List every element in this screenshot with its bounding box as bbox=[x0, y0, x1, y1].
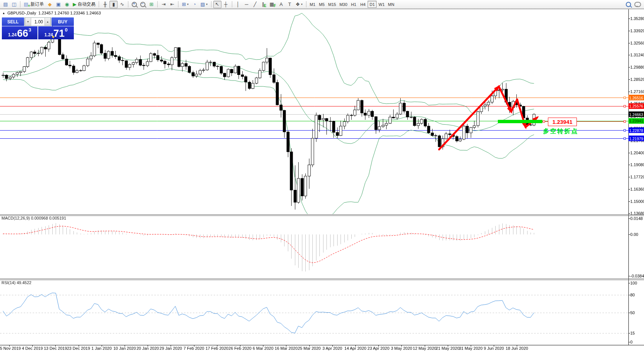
x-axis-label: 3 Apr 2020 bbox=[322, 346, 342, 351]
fibonacci-button[interactable]: ▦F bbox=[268, 1, 277, 8]
buy-price[interactable]: 1.24 71 0 bbox=[38, 26, 74, 39]
price-axis-label: 1.13680 bbox=[630, 211, 644, 216]
volume-up-button[interactable]: ▲ bbox=[45, 18, 51, 26]
cursor-button[interactable]: ↖ bbox=[213, 1, 221, 8]
buy-price-pip: 0 bbox=[65, 27, 68, 33]
x-axis-label: 26 Feb 2020 bbox=[229, 346, 252, 351]
tile-windows-button[interactable]: ⊞ bbox=[147, 1, 155, 8]
autotrading-icon: ▶ bbox=[73, 2, 76, 7]
x-axis-label: 7 Feb 2020 bbox=[184, 346, 204, 351]
timeframe-button-w1[interactable]: W1 bbox=[377, 1, 386, 8]
magnifier-icon: + bbox=[132, 2, 137, 7]
dropdown-caret-icon: ▾ bbox=[301, 3, 302, 6]
strategy-tester-button[interactable]: ◉ bbox=[63, 1, 71, 8]
text-label-button[interactable]: T bbox=[286, 1, 294, 8]
zoom-in-button[interactable]: + bbox=[130, 1, 138, 8]
dropdown-caret-icon: ▾ bbox=[187, 3, 188, 6]
sell-button[interactable]: SELL bbox=[2, 17, 24, 26]
charts-window-button[interactable]: ▤ bbox=[1, 1, 10, 8]
x-axis-label: 31 May 2020 bbox=[459, 346, 483, 351]
rsi-axis-label: 0 bbox=[630, 340, 632, 344]
x-axis-label: 12 May 2020 bbox=[413, 346, 437, 351]
profiles-icon: ◫ bbox=[12, 2, 16, 7]
timeframe-button-m5[interactable]: M5 bbox=[318, 1, 326, 8]
timeframe-button-m1[interactable]: M1 bbox=[308, 1, 317, 8]
vertical-line-button[interactable]: │ bbox=[234, 1, 242, 8]
timeframe-button-h1[interactable]: H1 bbox=[349, 1, 358, 8]
chart-shift-button[interactable]: ⇤ bbox=[168, 1, 176, 8]
charts-window-icon: ▤ bbox=[3, 2, 8, 7]
auto-scroll-button[interactable]: ⇥ bbox=[160, 1, 168, 8]
dropdown-caret-icon: ▾ bbox=[206, 3, 208, 6]
chat-button[interactable] bbox=[633, 1, 643, 8]
trendline-button[interactable]: ╱ bbox=[251, 1, 259, 8]
sell-price[interactable]: 1.24 66 3 bbox=[2, 26, 37, 39]
one-click-panel-toggle-icon[interactable]: ▲ bbox=[2, 11, 5, 15]
x-axis-label: 3 May 2020 bbox=[391, 346, 412, 351]
arrows-button[interactable]: ❖▾ bbox=[294, 1, 304, 8]
rsi-axis-label: 15 bbox=[630, 331, 635, 335]
price-axis-label: 1.17720 bbox=[630, 175, 644, 179]
annotation-price-label[interactable]: 1.23941 bbox=[548, 118, 577, 126]
new-order-button[interactable]: ▤+新订单 bbox=[22, 1, 45, 8]
macd-axis-label: 0.00 bbox=[630, 232, 638, 237]
timeframe-button-d1[interactable]: D1 bbox=[368, 1, 377, 8]
x-axis-label: 13 Dec 2019 bbox=[44, 346, 67, 351]
toolbar-separator bbox=[20, 1, 20, 7]
search-button[interactable] bbox=[624, 1, 632, 8]
timeframe-button-mn[interactable]: MN bbox=[387, 1, 396, 8]
x-axis-label: 25 Mar 2020 bbox=[298, 346, 321, 351]
toolbox-button[interactable]: ▣ bbox=[54, 1, 62, 8]
autotrading-label: 自动交易 bbox=[78, 1, 95, 7]
vertical-line-icon: │ bbox=[236, 2, 239, 7]
price-tag: 1.22878 bbox=[628, 128, 644, 133]
templates-button[interactable]: ▨▾ bbox=[199, 1, 209, 8]
annotation-note-text[interactable]: 多空转折点 bbox=[543, 128, 578, 135]
line-chart-button[interactable]: ∿ bbox=[118, 1, 126, 8]
price-tag: 1.24663 bbox=[628, 112, 644, 117]
toolbar-separator bbox=[157, 1, 158, 7]
candlestick-chart-icon: ▮ bbox=[112, 2, 115, 7]
volume-value[interactable]: 1.00 bbox=[31, 18, 45, 26]
rsi-axis-label: 50 bbox=[630, 310, 635, 315]
zoom-out-button[interactable]: − bbox=[139, 1, 147, 8]
text-icon: A bbox=[279, 2, 283, 7]
candlestick-chart-button[interactable]: ▮ bbox=[109, 1, 118, 8]
bar-chart-button[interactable]: ╫ bbox=[101, 1, 109, 8]
price-tag: 1.21979 bbox=[628, 136, 644, 141]
price-tag: 1.25576 bbox=[628, 103, 644, 109]
equidistant-channel-button[interactable]: ∥E bbox=[260, 1, 268, 8]
profiles-button[interactable]: ◫ bbox=[10, 1, 18, 8]
x-axis-label: 4 Dec 2019 bbox=[22, 346, 43, 351]
bar-chart-icon: ╫ bbox=[104, 2, 107, 7]
chart-shift-icon: ⇤ bbox=[170, 2, 174, 7]
x-axis-label: 21 May 2020 bbox=[436, 346, 460, 351]
toolbar-separator bbox=[178, 1, 178, 7]
metaeditor-button[interactable]: ◆ bbox=[46, 1, 54, 8]
price-axis-label: 1.27160 bbox=[630, 89, 644, 94]
crosshair-icon: ┼ bbox=[224, 2, 227, 7]
macd-axis-label: 0.0148 bbox=[630, 216, 643, 221]
toolbox-icon: ▣ bbox=[56, 2, 60, 7]
volume-down-button[interactable]: ▼ bbox=[25, 18, 31, 26]
symbol-header: ▲ GBPUSD-,Daily 1.23457 1.24760 1.23346 … bbox=[2, 11, 101, 15]
text-label-icon: T bbox=[288, 2, 291, 7]
sell-price-big: 66 bbox=[17, 29, 28, 39]
new-chart-button[interactable]: ⊞▾ bbox=[180, 1, 190, 8]
crosshair-button[interactable]: ┼ bbox=[222, 1, 230, 8]
buy-button[interactable]: BUY bbox=[52, 17, 74, 26]
arrows-icon: ❖ bbox=[296, 2, 300, 7]
autotrading-button[interactable]: ▶自动交易 bbox=[71, 1, 97, 8]
horizontal-line-button[interactable]: ─ bbox=[243, 1, 251, 8]
volume-field[interactable]: ▼ 1.00 ▲ bbox=[24, 17, 51, 26]
timeframe-button-m15[interactable]: M15 bbox=[327, 1, 338, 8]
symbol-title: GBPUSD-,Daily bbox=[7, 11, 36, 15]
text-button[interactable]: A bbox=[277, 1, 285, 8]
price-tag: 1.23941 bbox=[628, 118, 644, 124]
timeframe-button-m30[interactable]: M30 bbox=[338, 1, 349, 8]
strategy-tester-icon: ◉ bbox=[65, 2, 69, 7]
timeframe-button-h4[interactable]: H4 bbox=[358, 1, 367, 8]
chart-canvas[interactable] bbox=[0, 0, 644, 352]
period-clock-button[interactable]: ◔ bbox=[190, 1, 198, 8]
price-axis-label: 1.32560 bbox=[630, 41, 644, 45]
